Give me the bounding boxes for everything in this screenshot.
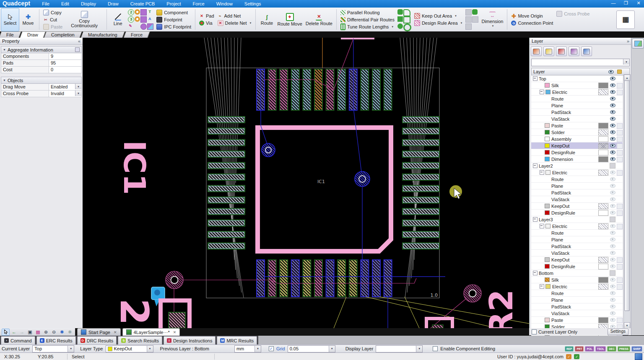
filled-circle-icon[interactable]: [397, 23, 403, 29]
results-tab-design-instructions[interactable]: iDesign Instructions: [164, 336, 216, 344]
connection-point-button[interactable]: GConnection Point: [509, 20, 555, 26]
menu-edit[interactable]: Edit: [55, 1, 75, 7]
layer-row-plane[interactable]: Plane: [531, 236, 623, 243]
layer-visibility-toggle[interactable]: [609, 284, 616, 289]
current-layer-only-checkbox[interactable]: [532, 329, 537, 334]
layer-lock-cell[interactable]: [617, 83, 623, 88]
layer-row-dimension[interactable]: Dimension: [531, 156, 623, 163]
route-button[interactable]: ʃ Route: [258, 8, 275, 31]
layer-visibility-toggle[interactable]: [609, 237, 616, 242]
cross-probe-select[interactable]: Invalid▼: [49, 91, 81, 97]
tune-route-lengths-button[interactable]: Tune Route Lengths▼: [339, 23, 396, 30]
area-subtract-icon[interactable]: [465, 16, 472, 23]
via-button[interactable]: Via: [197, 20, 216, 26]
layer-pattern-cell[interactable]: [598, 170, 608, 176]
layer-row-route[interactable]: Route: [531, 230, 623, 236]
layer-row-plane[interactable]: Plane: [531, 183, 623, 189]
ribbon-layout-button[interactable]: ▦: [616, 10, 635, 29]
layer-visibility-toggle[interactable]: [609, 137, 616, 141]
select-tool-button[interactable]: [2, 329, 10, 336]
layer-row-layer3[interactable]: Layer3: [531, 216, 623, 223]
tab-completion[interactable]: Completion: [44, 31, 82, 38]
layer-row-electric[interactable]: Electric: [531, 89, 623, 96]
layer-visibility-toggle[interactable]: [609, 304, 616, 309]
zoom-out-icon[interactable]: ⊖: [50, 329, 57, 335]
results-tab-drc-results[interactable]: DDRC Results: [77, 336, 117, 344]
layer-visibility-toggle[interactable]: [609, 157, 616, 161]
layer-row-padstack[interactable]: PadStack: [531, 243, 623, 250]
layer-visibility-toggle[interactable]: [609, 163, 616, 168]
layer-lock-cell[interactable]: [617, 224, 623, 229]
layer-visibility-toggle[interactable]: [609, 257, 616, 262]
layer-color-swatch[interactable]: [545, 157, 550, 161]
paste-button[interactable]: Paste: [42, 23, 64, 30]
layer-pattern-cell[interactable]: [598, 210, 608, 216]
collapse-icon[interactable]: [533, 76, 538, 81]
layer-visibility-toggle[interactable]: [609, 117, 616, 121]
layer-filter-combo[interactable]: ▼: [531, 59, 630, 66]
layer-pattern-cell[interactable]: [598, 284, 608, 290]
layer-row-top[interactable]: Top: [531, 75, 623, 82]
layer-lock-cell[interactable]: [617, 318, 623, 323]
layer-lock-cell[interactable]: [617, 137, 623, 142]
polygon-icon[interactable]: [140, 9, 147, 16]
layer-pattern-cell[interactable]: [598, 156, 608, 162]
collapse-icon[interactable]: [533, 271, 538, 275]
layer-row-layer2[interactable]: Layer2: [531, 163, 623, 169]
settings-gear-icon[interactable]: ✱: [58, 329, 65, 335]
layer-visibility-toggle[interactable]: [609, 311, 616, 316]
layer-visibility-toggle[interactable]: [609, 103, 616, 108]
layer-color-swatch[interactable]: [545, 224, 551, 228]
layer-visibility-toggle[interactable]: [609, 277, 616, 282]
collapse-icon[interactable]: [533, 217, 538, 222]
area-delete-icon[interactable]: [465, 23, 472, 30]
current-layer-select[interactable]: Top▼: [32, 345, 74, 352]
components-value[interactable]: 9: [49, 53, 81, 60]
resize-grip[interactable]: [635, 353, 642, 360]
menu-display[interactable]: Display: [75, 1, 102, 7]
layer-row-assembly[interactable]: Assembly: [531, 136, 623, 142]
layer-visibility-toggle[interactable]: [609, 96, 616, 101]
layer-pattern-cell[interactable]: [598, 223, 608, 229]
circle-3-icon[interactable]: 3: [128, 16, 134, 23]
image-icon[interactable]: [147, 23, 153, 30]
expand-panel-icon[interactable]: »: [627, 39, 629, 44]
layer-lock-cell[interactable]: [617, 123, 623, 129]
component-button[interactable]: Component: [155, 9, 193, 16]
menu-create-pcb[interactable]: Create PCB: [125, 1, 161, 7]
layer-row-silk[interactable]: Silk: [531, 82, 623, 89]
layer-color-swatch[interactable]: [545, 264, 550, 269]
layer-row-padstack[interactable]: PadStack: [531, 109, 623, 116]
doc-tab-startpage[interactable]: Start Page✕: [77, 328, 121, 336]
filled-square-icon[interactable]: [397, 16, 403, 22]
dropdown-arrow-icon[interactable]: ▼: [75, 91, 81, 96]
menu-project[interactable]: Project: [161, 1, 187, 7]
restore-button[interactable]: ❐: [622, 0, 630, 6]
layer-visibility-toggle[interactable]: [609, 90, 616, 94]
layer-lock-cell[interactable]: [617, 277, 623, 283]
layer-color-swatch[interactable]: [545, 204, 550, 208]
layer-lock-cell[interactable]: [617, 143, 623, 149]
menu-settings[interactable]: Settings: [239, 1, 267, 7]
menu-file[interactable]: File: [36, 1, 55, 7]
layer-color-swatch[interactable]: [545, 277, 550, 282]
grid-checkbox[interactable]: ✓: [269, 346, 274, 351]
layer-visibility-toggle[interactable]: [609, 318, 616, 322]
layer-pattern-cell[interactable]: [598, 83, 608, 88]
drag-move-select[interactable]: Enabled▼: [49, 84, 81, 90]
layer-lock-cell[interactable]: [617, 150, 623, 155]
dropdown-arrow-icon[interactable]: ▼: [623, 59, 629, 65]
layer-visibility-toggle[interactable]: [609, 123, 616, 128]
close-button[interactable]: ✕: [635, 0, 642, 6]
layer-visibility-toggle[interactable]: [609, 184, 616, 188]
layer-row-plane[interactable]: Plane: [531, 102, 623, 109]
dropdown-arrow-icon[interactable]: ▼: [329, 346, 335, 352]
collapse-icon[interactable]: [540, 284, 544, 289]
keep-out-area-button[interactable]: Keep Out Area▼: [413, 13, 465, 19]
layer-pattern-cell[interactable]: [598, 203, 608, 209]
layer-color-swatch[interactable]: [545, 123, 550, 128]
layer-pattern-cell[interactable]: [598, 123, 608, 129]
results-tab-command[interactable]: ›Command: [1, 336, 35, 344]
display-layer-select[interactable]: ▼: [376, 345, 423, 352]
layer-row-viastack[interactable]: ViaStack: [531, 116, 623, 122]
